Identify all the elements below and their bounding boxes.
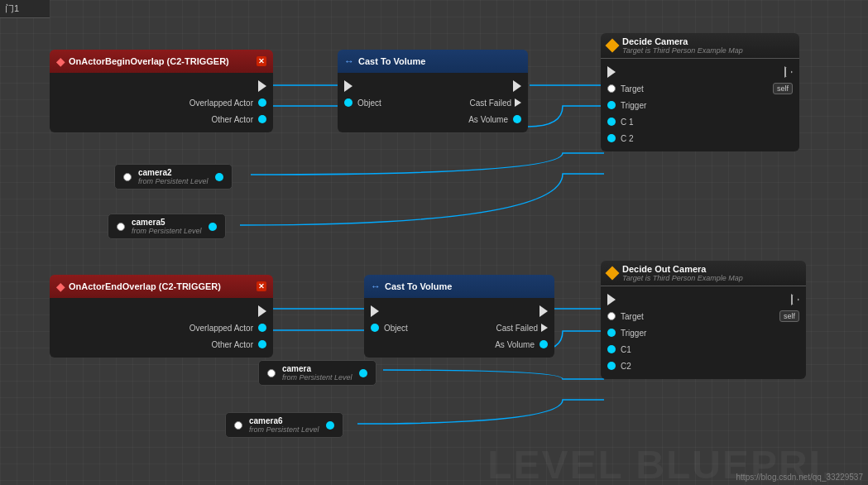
- cast-volume-bottom-header: ↔ Cast To Volume: [364, 275, 554, 298]
- window-title: 门1: [5, 2, 19, 15]
- camera2-sub: from Persistent Level: [138, 177, 209, 185]
- target-pin: [607, 84, 616, 93]
- decide-camera-title: Decide Camera: [622, 36, 743, 46]
- close-icon-2[interactable]: ✕: [257, 281, 266, 291]
- as-volume2-row: As Volume: [364, 336, 554, 353]
- decide-out-camera-header: Decide Out Camera Target is Third Person…: [601, 261, 806, 286]
- c2-row: C 2: [601, 130, 799, 146]
- end-exec-out-pin: [258, 305, 266, 317]
- camera6-pin: [326, 421, 334, 430]
- as-volume2-pin: [540, 340, 548, 348]
- cast-volume-bottom-body: Object Cast Failed As Volume: [364, 298, 554, 358]
- watermark-url: https://blog.csdn.net/qq_33229537: [736, 473, 863, 482]
- camera-node[interactable]: camera from Persistent Level: [258, 360, 376, 386]
- as-volume-row: As Volume: [338, 111, 528, 127]
- out-trigger-row: Trigger: [601, 324, 806, 341]
- trigger-row: Trigger: [601, 97, 799, 113]
- cast2-exec-row: [364, 303, 554, 319]
- exec-out-pin: [784, 66, 793, 78]
- camera6-sub: from Persistent Level: [249, 425, 319, 434]
- decide-out-exec-out: [791, 294, 799, 305]
- cast-icon-2: ↔: [371, 281, 381, 292]
- as-volume-pin: [513, 115, 521, 123]
- on-actor-begin-overlap-node[interactable]: ◆ OnActorBeginOverlap (C2-TRIGGER) ✕ Ove…: [50, 50, 273, 132]
- cast2-failed-pin: [541, 324, 548, 332]
- exec-in-pin: [344, 80, 352, 92]
- camera2-pin: [215, 173, 223, 181]
- camera5-node[interactable]: camera5 from Persistent Level: [108, 214, 226, 239]
- cast-to-volume-bottom-node[interactable]: ↔ Cast To Volume Object Cast Failed As V…: [364, 275, 554, 358]
- cast2-exec-out: [540, 305, 548, 317]
- other-actor-pin: [258, 115, 266, 123]
- out-target-pin: [607, 312, 616, 320]
- cast2-exec-in: [371, 305, 379, 317]
- decide-out-camera-body: Target self Trigger C1 C2: [601, 286, 806, 379]
- out-c2-row: C2: [601, 358, 806, 374]
- camera5-label: camera5: [132, 218, 202, 227]
- out-trigger-pin: [607, 329, 616, 337]
- decide-camera-header: Decide Camera Target is Third Person Exa…: [601, 33, 799, 59]
- c2-pin: [607, 134, 616, 142]
- camera5-sub: from Persistent Level: [132, 227, 202, 235]
- overlapped-actor-pin: [258, 98, 266, 107]
- exec-out-pin: [513, 80, 521, 92]
- camera6-node[interactable]: camera6 from Persistent Level: [225, 412, 343, 438]
- camera2-node[interactable]: camera2 from Persistent Level: [114, 164, 233, 190]
- decide-camera-body: Target self Trigger C 1 C 2: [601, 59, 799, 151]
- decide-out-exec-in: [607, 294, 616, 305]
- camera5-pin: [209, 223, 217, 231]
- diamond-icon: [606, 39, 620, 53]
- object-row: Object Cast Failed: [338, 94, 528, 111]
- other-actor-row: Other Actor: [50, 111, 273, 127]
- on-actor-end-overlap-node[interactable]: ◆ OnActorEndOverlap (C2-TRIGGER) ✕ Overl…: [50, 275, 273, 358]
- close-icon[interactable]: ✕: [257, 56, 266, 66]
- begin-overlap-title: OnActorBeginOverlap (C2-TRIGGER): [69, 56, 229, 66]
- exec-out-row: [50, 78, 273, 94]
- trigger-pin: [607, 101, 616, 109]
- cast-volume-bottom-title: Cast To Volume: [385, 281, 453, 291]
- end-overlapped-actor-pin: [258, 324, 266, 332]
- end-exec-out-row: [50, 303, 273, 319]
- out-c2-pin: [607, 362, 616, 370]
- target-row: Target self: [601, 80, 799, 97]
- camera5-out-pin: [117, 223, 125, 231]
- exec-out-pin: [258, 80, 266, 92]
- c1-row: C 1: [601, 113, 799, 130]
- out-c1-pin: [607, 345, 616, 353]
- begin-overlap-header: ◆ OnActorBeginOverlap (C2-TRIGGER) ✕: [50, 50, 273, 73]
- camera-pin: [359, 369, 367, 377]
- decide-out-camera-node[interactable]: Decide Out Camera Target is Third Person…: [601, 261, 806, 379]
- cast-exec-row: [338, 78, 528, 94]
- decide-out-title: Decide Out Camera: [622, 264, 743, 274]
- cast-volume-top-header: ↔ Cast To Volume: [338, 50, 528, 73]
- end-overlap-body: Overlapped Actor Other Actor: [50, 298, 273, 358]
- camera-label: camera: [282, 364, 352, 373]
- end-overlap-title: OnActorEndOverlap (C2-TRIGGER): [69, 281, 221, 291]
- begin-overlap-body: Overlapped Actor Other Actor: [50, 73, 273, 132]
- cast-volume-top-body: Object Cast Failed As Volume: [338, 73, 528, 132]
- out-target-row: Target self: [601, 308, 806, 324]
- cast-icon: ↔: [344, 55, 354, 67]
- decide-exec-row: [601, 64, 799, 80]
- exec-in-pin: [607, 66, 616, 78]
- camera2-label: camera2: [138, 168, 209, 177]
- overlapped-actor-row: Overlapped Actor: [50, 94, 273, 111]
- decide-out-exec-row: [601, 291, 806, 308]
- decide-camera-node[interactable]: Decide Camera Target is Third Person Exa…: [601, 33, 799, 151]
- object2-row: Object Cast Failed: [364, 319, 554, 336]
- camera2-out-pin: [123, 173, 132, 181]
- decide-camera-subtitle: Target is Third Person Example Map: [622, 46, 743, 55]
- self-badge: self: [773, 83, 793, 94]
- end-other-actor-row: Other Actor: [50, 336, 273, 353]
- camera6-label: camera6: [249, 416, 319, 425]
- title-bar: 门1: [0, 0, 50, 18]
- cast-to-volume-top-node[interactable]: ↔ Cast To Volume Object Cast Failed As V…: [338, 50, 528, 132]
- diamond-icon-2: [606, 267, 620, 281]
- cast-volume-top-title: Cast To Volume: [358, 56, 426, 66]
- c1-pin: [607, 118, 616, 126]
- out-c1-row: C1: [601, 341, 806, 358]
- camera-sub: from Persistent Level: [282, 373, 352, 382]
- end-overlap-header: ◆ OnActorEndOverlap (C2-TRIGGER) ✕: [50, 275, 273, 298]
- decide-out-subtitle: Target is Third Person Example Map: [622, 274, 743, 282]
- self-badge-2: self: [779, 310, 799, 322]
